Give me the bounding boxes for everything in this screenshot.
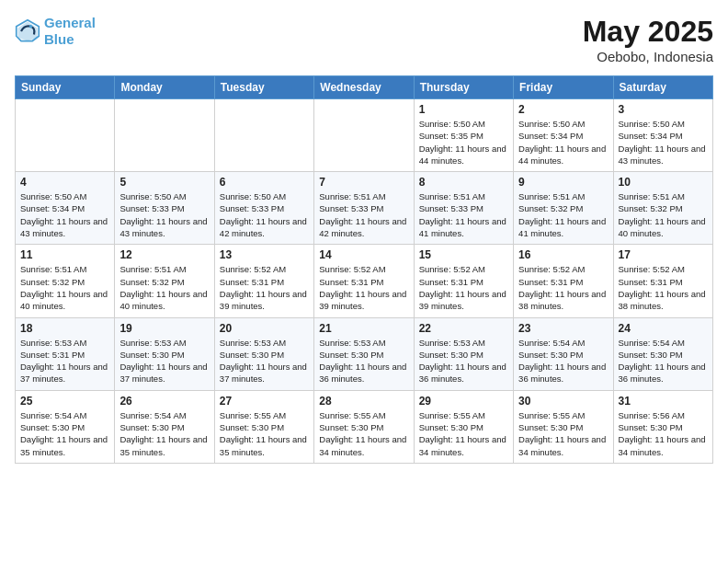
calendar-cell: 11Sunrise: 5:51 AM Sunset: 5:32 PM Dayli… bbox=[16, 245, 115, 317]
calendar-cell bbox=[314, 99, 414, 172]
day-info: Sunrise: 5:51 AM Sunset: 5:32 PM Dayligh… bbox=[518, 190, 608, 239]
logo-icon bbox=[15, 18, 40, 44]
day-number: 10 bbox=[619, 176, 708, 189]
calendar-subtitle: Oebobo, Indonesia bbox=[583, 49, 713, 64]
calendar-cell: 29Sunrise: 5:55 AM Sunset: 5:30 PM Dayli… bbox=[414, 390, 513, 463]
day-info: Sunrise: 5:51 AM Sunset: 5:32 PM Dayligh… bbox=[20, 263, 109, 312]
day-info: Sunrise: 5:54 AM Sunset: 5:30 PM Dayligh… bbox=[20, 409, 109, 458]
calendar-cell: 14Sunrise: 5:52 AM Sunset: 5:31 PM Dayli… bbox=[314, 245, 414, 317]
week-row-2: 4Sunrise: 5:50 AM Sunset: 5:34 PM Daylig… bbox=[16, 172, 713, 245]
logo-text: General Blue bbox=[44, 15, 96, 48]
calendar-cell bbox=[16, 99, 115, 172]
day-number: 7 bbox=[319, 176, 408, 189]
logo: General Blue bbox=[15, 15, 96, 48]
day-info: Sunrise: 5:56 AM Sunset: 5:30 PM Dayligh… bbox=[619, 409, 708, 458]
calendar-cell: 16Sunrise: 5:52 AM Sunset: 5:31 PM Dayli… bbox=[514, 245, 613, 317]
day-number: 14 bbox=[319, 248, 408, 261]
day-info: Sunrise: 5:54 AM Sunset: 5:30 PM Dayligh… bbox=[619, 337, 708, 385]
weekday-header-sunday: Sunday bbox=[16, 76, 115, 99]
day-number: 4 bbox=[20, 176, 109, 189]
day-info: Sunrise: 5:52 AM Sunset: 5:31 PM Dayligh… bbox=[619, 263, 708, 312]
calendar-cell: 15Sunrise: 5:52 AM Sunset: 5:31 PM Dayli… bbox=[414, 245, 513, 317]
calendar-cell: 4Sunrise: 5:50 AM Sunset: 5:34 PM Daylig… bbox=[16, 172, 115, 245]
day-number: 19 bbox=[119, 322, 209, 335]
day-number: 13 bbox=[220, 248, 309, 261]
day-info: Sunrise: 5:54 AM Sunset: 5:30 PM Dayligh… bbox=[119, 409, 209, 458]
day-number: 20 bbox=[220, 322, 309, 335]
page-header: General Blue May 2025 Oebobo, Indonesia bbox=[15, 15, 713, 64]
day-info: Sunrise: 5:55 AM Sunset: 5:30 PM Dayligh… bbox=[319, 409, 408, 458]
day-info: Sunrise: 5:50 AM Sunset: 5:34 PM Dayligh… bbox=[619, 118, 708, 167]
day-number: 23 bbox=[518, 322, 608, 335]
calendar-cell: 1Sunrise: 5:50 AM Sunset: 5:35 PM Daylig… bbox=[414, 99, 513, 172]
calendar-cell bbox=[115, 99, 214, 172]
weekday-header-thursday: Thursday bbox=[414, 76, 513, 99]
day-info: Sunrise: 5:52 AM Sunset: 5:31 PM Dayligh… bbox=[220, 263, 309, 312]
calendar-cell: 23Sunrise: 5:54 AM Sunset: 5:30 PM Dayli… bbox=[514, 317, 613, 390]
day-info: Sunrise: 5:52 AM Sunset: 5:31 PM Dayligh… bbox=[319, 263, 408, 312]
day-number: 26 bbox=[119, 395, 209, 408]
calendar-cell: 30Sunrise: 5:55 AM Sunset: 5:30 PM Dayli… bbox=[514, 390, 613, 463]
day-number: 12 bbox=[119, 248, 209, 261]
weekday-header-wednesday: Wednesday bbox=[314, 76, 414, 99]
day-number: 9 bbox=[518, 176, 608, 189]
calendar-title: May 2025 bbox=[583, 15, 713, 49]
calendar-cell: 5Sunrise: 5:50 AM Sunset: 5:33 PM Daylig… bbox=[115, 172, 214, 245]
day-info: Sunrise: 5:54 AM Sunset: 5:30 PM Dayligh… bbox=[518, 337, 608, 385]
calendar-cell: 2Sunrise: 5:50 AM Sunset: 5:34 PM Daylig… bbox=[514, 99, 613, 172]
day-info: Sunrise: 5:53 AM Sunset: 5:30 PM Dayligh… bbox=[319, 337, 408, 385]
calendar-cell: 6Sunrise: 5:50 AM Sunset: 5:33 PM Daylig… bbox=[214, 172, 313, 245]
day-number: 2 bbox=[518, 103, 608, 116]
week-row-4: 18Sunrise: 5:53 AM Sunset: 5:31 PM Dayli… bbox=[16, 317, 713, 390]
week-row-3: 11Sunrise: 5:51 AM Sunset: 5:32 PM Dayli… bbox=[16, 245, 713, 317]
day-info: Sunrise: 5:55 AM Sunset: 5:30 PM Dayligh… bbox=[220, 409, 309, 458]
day-info: Sunrise: 5:50 AM Sunset: 5:35 PM Dayligh… bbox=[419, 118, 508, 167]
day-info: Sunrise: 5:50 AM Sunset: 5:34 PM Dayligh… bbox=[518, 118, 608, 167]
day-number: 6 bbox=[220, 176, 309, 189]
calendar-cell: 7Sunrise: 5:51 AM Sunset: 5:33 PM Daylig… bbox=[314, 172, 414, 245]
day-number: 27 bbox=[220, 395, 309, 408]
logo-line2: Blue bbox=[44, 31, 74, 47]
day-number: 18 bbox=[20, 322, 109, 335]
calendar-cell: 13Sunrise: 5:52 AM Sunset: 5:31 PM Dayli… bbox=[214, 245, 313, 317]
title-block: May 2025 Oebobo, Indonesia bbox=[583, 15, 713, 64]
day-number: 29 bbox=[419, 395, 508, 408]
day-number: 11 bbox=[20, 248, 109, 261]
day-info: Sunrise: 5:50 AM Sunset: 5:33 PM Dayligh… bbox=[119, 190, 209, 239]
day-info: Sunrise: 5:50 AM Sunset: 5:33 PM Dayligh… bbox=[220, 190, 309, 239]
calendar-cell: 8Sunrise: 5:51 AM Sunset: 5:33 PM Daylig… bbox=[414, 172, 513, 245]
day-number: 22 bbox=[419, 322, 508, 335]
day-info: Sunrise: 5:51 AM Sunset: 5:33 PM Dayligh… bbox=[419, 190, 508, 239]
calendar-cell: 21Sunrise: 5:53 AM Sunset: 5:30 PM Dayli… bbox=[314, 317, 414, 390]
day-info: Sunrise: 5:53 AM Sunset: 5:31 PM Dayligh… bbox=[20, 337, 109, 385]
calendar-cell bbox=[214, 99, 313, 172]
day-info: Sunrise: 5:51 AM Sunset: 5:32 PM Dayligh… bbox=[619, 190, 708, 239]
calendar-cell: 9Sunrise: 5:51 AM Sunset: 5:32 PM Daylig… bbox=[514, 172, 613, 245]
calendar-cell: 27Sunrise: 5:55 AM Sunset: 5:30 PM Dayli… bbox=[214, 390, 313, 463]
day-info: Sunrise: 5:53 AM Sunset: 5:30 PM Dayligh… bbox=[220, 337, 309, 385]
day-info: Sunrise: 5:55 AM Sunset: 5:30 PM Dayligh… bbox=[518, 409, 608, 458]
logo-line1: General bbox=[44, 15, 96, 30]
day-number: 5 bbox=[119, 176, 209, 189]
day-number: 8 bbox=[419, 176, 508, 189]
calendar-cell: 18Sunrise: 5:53 AM Sunset: 5:31 PM Dayli… bbox=[16, 317, 115, 390]
calendar-cell: 24Sunrise: 5:54 AM Sunset: 5:30 PM Dayli… bbox=[613, 317, 712, 390]
calendar-cell: 31Sunrise: 5:56 AM Sunset: 5:30 PM Dayli… bbox=[613, 390, 712, 463]
calendar-cell: 19Sunrise: 5:53 AM Sunset: 5:30 PM Dayli… bbox=[115, 317, 214, 390]
svg-point-3 bbox=[29, 25, 33, 29]
day-info: Sunrise: 5:51 AM Sunset: 5:32 PM Dayligh… bbox=[119, 263, 209, 312]
weekday-header-row: SundayMondayTuesdayWednesdayThursdayFrid… bbox=[16, 76, 713, 99]
day-number: 25 bbox=[20, 395, 109, 408]
day-number: 16 bbox=[518, 248, 608, 261]
calendar-cell: 3Sunrise: 5:50 AM Sunset: 5:34 PM Daylig… bbox=[613, 99, 712, 172]
day-number: 30 bbox=[518, 395, 608, 408]
day-info: Sunrise: 5:52 AM Sunset: 5:31 PM Dayligh… bbox=[419, 263, 508, 312]
weekday-header-tuesday: Tuesday bbox=[214, 76, 313, 99]
calendar-cell: 28Sunrise: 5:55 AM Sunset: 5:30 PM Dayli… bbox=[314, 390, 414, 463]
calendar-table: SundayMondayTuesdayWednesdayThursdayFrid… bbox=[15, 75, 713, 464]
day-number: 3 bbox=[619, 103, 708, 116]
calendar-cell: 22Sunrise: 5:53 AM Sunset: 5:30 PM Dayli… bbox=[414, 317, 513, 390]
calendar-cell: 17Sunrise: 5:52 AM Sunset: 5:31 PM Dayli… bbox=[613, 245, 712, 317]
day-number: 24 bbox=[619, 322, 708, 335]
calendar-cell: 20Sunrise: 5:53 AM Sunset: 5:30 PM Dayli… bbox=[214, 317, 313, 390]
